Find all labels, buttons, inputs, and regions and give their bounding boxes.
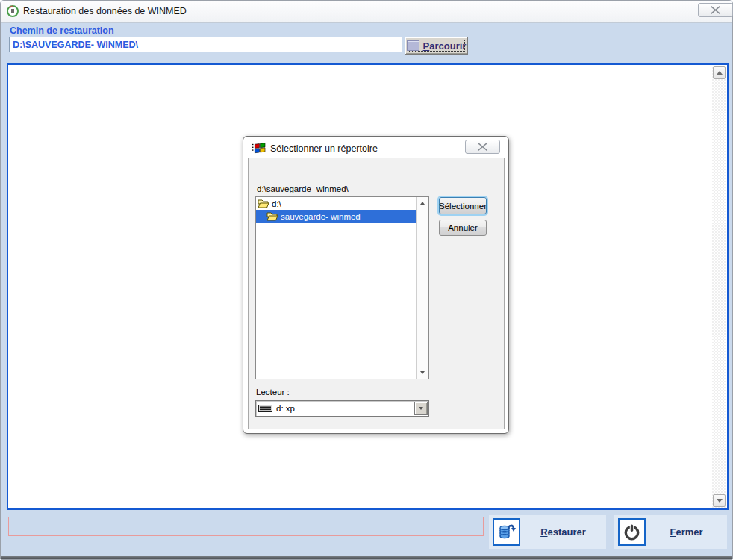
status-progress-field [8,517,484,536]
browse-button-label: Parcourir [423,40,467,52]
dialog-close-button[interactable] [465,140,500,154]
drive-label: Lecteur : [256,388,290,396]
chevron-down-icon [420,371,425,374]
drive-selected-value: d: xp [276,404,295,413]
listbox-scroll-up-button[interactable] [417,197,428,209]
listbox-scrollbar[interactable] [416,197,428,379]
select-button[interactable]: Sélectionner [439,197,487,214]
list-item-label: d:\ [272,199,281,208]
restore-button[interactable]: Restaurer [489,515,606,549]
app-power-ring-icon [6,4,19,18]
chevron-down-icon [717,499,723,503]
close-app-button[interactable]: Fermer [614,515,727,549]
screen: Restauration des données de WINMED Chemi… [0,0,733,560]
window-bottom-edge [1,556,732,559]
scroll-up-button[interactable] [713,66,726,79]
open-folder-icon [258,199,269,208]
window-close-button[interactable] [698,3,733,17]
cancel-button[interactable]: Annuler [439,220,487,236]
current-path-text: d:\sauvegarde- winmed\ [257,184,349,193]
dialog-title: Sélectionner un répertoire [270,143,378,154]
scroll-down-button[interactable] [713,494,726,507]
database-restore-icon [496,522,517,542]
list-item-drive-root[interactable]: d:\ [256,197,417,210]
restore-button-label: Restaurer [520,526,606,538]
directory-listbox[interactable]: d:\ sauvegarde- winmed [255,196,429,379]
close-app-button-label: Fermer [646,526,727,538]
close-icon [478,143,487,151]
chevron-down-icon [419,407,423,410]
disk-drive-icon [258,404,273,413]
restore-icon-box [493,518,520,546]
browse-button[interactable]: Parcourir [405,37,468,55]
restore-path-input[interactable] [9,37,402,52]
chevron-up-icon [420,202,425,205]
blank-square-icon [407,40,419,51]
drive-dropdown-button[interactable] [414,402,428,415]
open-folder-icon [266,211,278,221]
list-item-selected-folder[interactable]: sauvegarde- winmed [256,210,417,223]
restore-path-label: Chemin de restauration [10,25,114,36]
drive-combobox[interactable]: d: xp [255,400,429,417]
dialog-body: d:\sauvegarde- winmed\ d:\ [248,158,505,429]
chevron-up-icon [717,71,723,75]
list-item-label: sauvegarde- winmed [281,212,361,221]
listbox-scroll-down-button[interactable] [417,367,428,379]
select-directory-dialog: Sélectionner un répertoire d:\sauvegarde… [243,136,509,434]
power-icon [622,522,642,542]
titlebar: Restauration des données de WINMED [1,1,732,23]
window-title: Restauration des données de WINMED [23,6,187,16]
power-icon-box [618,518,646,546]
main-window: Restauration des données de WINMED Chemi… [0,0,733,560]
main-vertical-scrollbar[interactable] [712,66,726,508]
windows-flag-icon [252,142,266,155]
close-icon [711,6,720,14]
